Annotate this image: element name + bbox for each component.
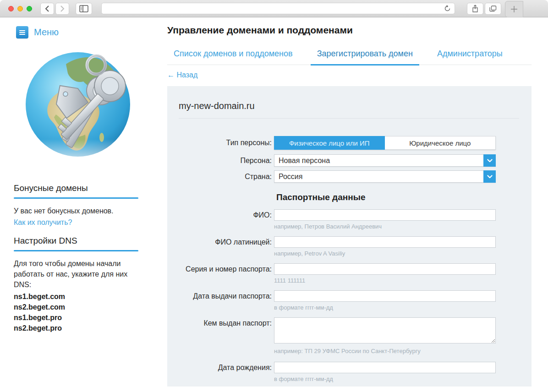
country-select[interactable]: Россия [274, 170, 496, 183]
sidebar-toggle-button[interactable] [76, 3, 92, 15]
passport-data-heading: Паспортные данные [276, 192, 519, 202]
persona-select[interactable]: Новая персона [274, 154, 496, 167]
toolbar-right-buttons [467, 0, 521, 17]
hamburger-icon [16, 26, 28, 38]
reload-icon [444, 5, 451, 12]
nameserver-item: ns2.beget.pro [14, 323, 153, 333]
fio-latin-input[interactable] [274, 236, 496, 248]
chevron-down-icon [483, 170, 496, 183]
window-controls [8, 6, 32, 11]
passport-issued-by-label: Кем выдан паспорт: [179, 317, 274, 355]
person-type-toggle: Физическое лицо или ИП Юридическое лицо [274, 136, 496, 150]
browser-window: Меню [0, 0, 548, 392]
passport-number-hint: 1111 111111 [274, 277, 496, 284]
tab-administrators[interactable]: Администраторы [431, 49, 509, 65]
zoom-window-button[interactable] [27, 6, 32, 11]
persona-label: Персона: [179, 157, 274, 165]
chevron-left-icon [45, 5, 49, 12]
bonus-domains-heading: Бонусные домены [14, 183, 153, 193]
fio-label: ФИО: [179, 209, 274, 230]
nameserver-item: ns1.beget.com [14, 291, 153, 302]
fio-hint: например, Петров Василий Андреевич [274, 223, 496, 230]
reload-button[interactable] [444, 5, 451, 12]
chevron-right-icon [60, 5, 65, 12]
tab-overview-button[interactable] [485, 3, 501, 15]
passport-issue-date-row: Дата выдачи паспорта: в формате гггг-мм-… [179, 290, 519, 311]
plus-icon [510, 5, 518, 13]
birth-date-hint: в формате гггг-мм-дд [274, 376, 496, 383]
page-title: Управление доменами и поддоменами [167, 24, 532, 36]
share-button[interactable] [467, 3, 483, 15]
passport-issued-by-row: Кем выдан паспорт: например: ТП 29 УФМС … [179, 317, 519, 355]
birth-date-input[interactable] [274, 362, 496, 373]
person-type-row: Тип персоны: Физическое лицо или ИП Юрид… [179, 136, 519, 150]
passport-issued-by-hint: например: ТП 29 УФМС России по Санкт-Пет… [274, 348, 496, 355]
globe-with-keys-illustration [22, 43, 139, 163]
browser-toolbar [0, 0, 548, 17]
nameserver-item: ns2.beget.com [14, 302, 153, 312]
share-icon [472, 5, 478, 12]
persona-row: Персона: Новая персона [179, 154, 519, 167]
person-type-option-legal[interactable]: Юридическое лицо [385, 136, 496, 150]
bonus-domains-link[interactable]: Как их получить? [14, 217, 153, 228]
passport-issue-date-input[interactable] [274, 290, 496, 302]
tab-register-domain[interactable]: Зарегистрировать домен [311, 49, 419, 65]
divider [179, 118, 519, 119]
nameserver-item: ns1.beget.pro [14, 312, 153, 323]
menu-button[interactable]: Меню [16, 26, 153, 38]
main-content: Управление доменами и поддоменами Список… [167, 17, 548, 392]
birth-date-row: Дата рождения: в формате гггг-мм-дд [179, 362, 519, 383]
passport-number-row: Серия и номер паспорта: 1111 111111 [179, 263, 519, 284]
forward-button[interactable] [55, 3, 69, 15]
back-link[interactable]: ← Назад [167, 71, 197, 79]
menu-label: Меню [34, 27, 59, 38]
minimize-window-button[interactable] [17, 6, 23, 11]
passport-issued-by-textarea[interactable] [274, 317, 496, 343]
fio-input[interactable] [274, 209, 496, 221]
persona-selected-value: Новая персона [279, 157, 330, 165]
section-divider [14, 250, 138, 251]
fio-latin-row: ФИО латиницей: например, Petrov A Vasili… [179, 236, 519, 257]
new-tab-button[interactable] [505, 1, 523, 17]
sidebar: Меню [0, 17, 167, 392]
person-type-option-individual[interactable]: Физическое лицо или ИП [274, 136, 385, 150]
passport-number-input[interactable] [274, 263, 496, 275]
back-button[interactable] [40, 3, 54, 15]
address-bar[interactable] [101, 3, 455, 14]
registration-form-panel: my-new-domain.ru Тип персоны: Физическое… [167, 86, 532, 387]
person-type-label: Тип персоны: [179, 139, 274, 147]
dns-description: Для того чтобы домены начали работать от… [14, 258, 144, 290]
section-divider [14, 197, 138, 199]
passport-number-label: Серия и номер паспорта: [179, 263, 274, 284]
passport-issue-date-hint: в формате гггг-мм-дд [274, 304, 496, 311]
country-selected-value: Россия [279, 173, 302, 181]
sidebar-panel-icon [79, 5, 88, 12]
birth-date-label: Дата рождения: [179, 362, 274, 383]
page-content: Меню [0, 17, 548, 392]
dns-settings-heading: Настройки DNS [14, 236, 153, 246]
fio-latin-hint: например, Petrov A Vasiliy [274, 250, 496, 257]
bonus-domains-empty-text: У вас нет бонусных доменов. [14, 206, 144, 216]
tabs-icon [489, 5, 497, 12]
fio-row: ФИО: например, Петров Василий Андреевич [179, 209, 519, 230]
country-row: Страна: Россия [179, 170, 519, 183]
fio-latin-label: ФИО латиницей: [179, 236, 274, 257]
passport-issue-date-label: Дата выдачи паспорта: [179, 290, 274, 311]
nav-buttons [40, 3, 69, 15]
tab-bar: Список доменов и поддоменов Зарегистриро… [167, 49, 532, 65]
chevron-down-icon [483, 154, 496, 167]
tab-domain-list[interactable]: Список доменов и поддоменов [167, 49, 299, 65]
nameserver-list: ns1.beget.com ns2.beget.com ns1.beget.pr… [14, 291, 153, 333]
country-label: Страна: [179, 173, 274, 181]
close-window-button[interactable] [8, 6, 14, 11]
domain-name-title: my-new-domain.ru [179, 101, 519, 111]
